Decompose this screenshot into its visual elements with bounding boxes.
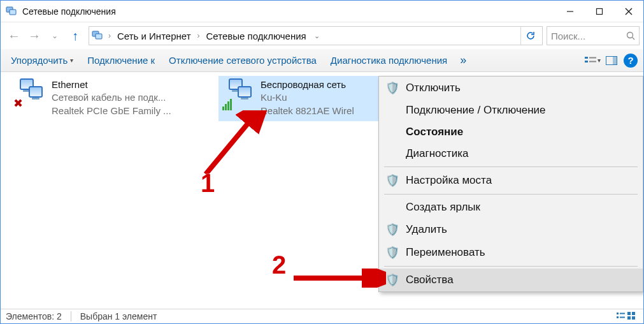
nav-up-button[interactable]: ↑: [66, 26, 85, 45]
window-title: Сетевые подключения: [22, 6, 116, 17]
ethernet-status: Сетевой кабель не подк...: [52, 91, 171, 104]
ethernet-name: Ethernet: [52, 78, 171, 91]
organize-label: Упорядочить: [11, 55, 68, 66]
breadcrumb-level2[interactable]: Сетевые подключения: [205, 31, 308, 41]
cable-unplugged-icon: ✖: [13, 96, 23, 110]
wifi-name: Беспроводная сеть: [261, 78, 354, 91]
connection-ethernet[interactable]: ✖ Ethernet Сетевой кабель не подк... Rea…: [10, 76, 213, 121]
svg-rect-13: [589, 61, 596, 62]
ctx-diagnostics[interactable]: Диагностика: [379, 143, 643, 165]
status-bar: Элементов: 2 Выбран 1 элемент: [1, 309, 643, 323]
status-selected-count: Выбран 1 элемент: [80, 311, 157, 321]
ctx-delete-label: Удалить: [406, 223, 447, 236]
context-menu: 🛡️ Отключить Подключение / Отключение Со…: [378, 76, 643, 292]
chevron-right-icon: ›: [107, 31, 112, 40]
ctx-disable[interactable]: 🛡️ Отключить: [379, 77, 643, 99]
svg-rect-10: [585, 57, 588, 59]
status-divider: [71, 311, 71, 321]
content-area: ✖ Ethernet Сетевой кабель не подк... Rea…: [1, 72, 643, 309]
ctx-connect-disconnect[interactable]: Подключение / Отключение: [379, 99, 643, 121]
menu-separator: [384, 166, 638, 167]
help-button[interactable]: ?: [622, 52, 640, 70]
annotation-number-2: 2: [272, 251, 286, 279]
shield-icon: 🛡️: [385, 246, 398, 260]
organize-button[interactable]: Упорядочить ▾: [4, 52, 80, 68]
disable-device-button[interactable]: Отключение сетевого устройства: [162, 52, 323, 68]
search-placeholder: Поиск...: [551, 31, 585, 41]
svg-rect-20: [617, 316, 619, 318]
nav-bar: ← → ⌄ ↑ › Сеть и Интернет › Сетевые подк…: [1, 22, 643, 49]
svg-rect-25: [632, 316, 635, 320]
ctx-rename[interactable]: 🛡️ Переименовать: [379, 241, 643, 264]
ctx-create-shortcut[interactable]: Создать ярлык: [379, 196, 643, 218]
svg-rect-15: [613, 56, 617, 64]
svg-rect-3: [597, 8, 603, 14]
wifi-ssid: Ku-Ku: [261, 91, 354, 104]
view-options-button[interactable]: ▾: [583, 52, 601, 70]
svg-rect-24: [627, 316, 631, 320]
network-connections-icon: [6, 6, 17, 17]
address-dropdown-icon[interactable]: ⌄: [311, 32, 322, 40]
search-icon: [626, 31, 635, 40]
diagnose-label: Диагностика подключения: [331, 55, 447, 66]
svg-rect-18: [617, 313, 619, 314]
network-path-icon: [92, 30, 103, 41]
ethernet-device: Realtek PCIe GbE Family ...: [52, 105, 171, 117]
breadcrumb-level1[interactable]: Сеть и Интернет: [116, 31, 192, 41]
ctx-bridge-config[interactable]: 🛡️ Настройка моста: [379, 169, 643, 192]
minimize-button[interactable]: [555, 1, 585, 22]
maximize-button[interactable]: [585, 1, 614, 22]
annotation-arrow-2: [290, 269, 386, 288]
close-button[interactable]: [614, 1, 643, 22]
svg-rect-19: [620, 313, 625, 314]
details-view-button[interactable]: [617, 311, 638, 322]
svg-rect-22: [627, 312, 631, 315]
ctx-status-label: Состояние: [406, 126, 463, 138]
toolbar: Упорядочить ▾ Подключение к Отключение с…: [1, 49, 643, 72]
svg-rect-1: [10, 10, 16, 15]
search-box[interactable]: Поиск...: [547, 26, 640, 45]
ctx-properties[interactable]: 🛡️ Свойства: [379, 269, 643, 291]
menu-separator: [384, 266, 638, 267]
svg-rect-12: [585, 61, 588, 63]
toolbar-overflow-button[interactable]: »: [455, 54, 471, 67]
disable-device-label: Отключение сетевого устройства: [169, 55, 317, 66]
signal-bars-icon: [222, 99, 232, 110]
shield-icon: 🛡️: [385, 273, 398, 287]
status-item-count: Элементов: 2: [6, 311, 62, 321]
preview-pane-button[interactable]: [603, 52, 620, 70]
refresh-button[interactable]: [520, 27, 540, 45]
ctx-status[interactable]: Состояние: [379, 121, 643, 143]
svg-rect-23: [632, 312, 635, 315]
svg-line-9: [633, 38, 635, 40]
svg-rect-11: [589, 57, 596, 58]
chevron-right-icon: ›: [196, 31, 201, 40]
ctx-properties-label: Свойства: [406, 274, 454, 286]
connect-to-button[interactable]: Подключение к: [81, 52, 161, 68]
shield-icon: 🛡️: [385, 81, 398, 95]
diagnose-button[interactable]: Диагностика подключения: [324, 52, 454, 68]
shield-icon: 🛡️: [385, 223, 398, 237]
svg-line-16: [206, 117, 254, 174]
ethernet-icon: ✖: [13, 78, 47, 112]
svg-rect-7: [96, 34, 102, 39]
nav-back-button[interactable]: ←: [4, 26, 24, 45]
chevron-down-icon: ▾: [70, 57, 73, 64]
annotation-number-1: 1: [201, 169, 215, 198]
wifi-icon: [222, 78, 255, 112]
svg-rect-21: [620, 316, 625, 318]
connect-to-label: Подключение к: [87, 55, 155, 66]
help-icon: ?: [624, 54, 638, 68]
ctx-rename-label: Переименовать: [406, 246, 485, 259]
nav-history-dropdown[interactable]: ⌄: [45, 26, 64, 45]
title-bar: Сетевые подключения: [1, 1, 643, 22]
svg-point-8: [627, 33, 633, 38]
shield-icon: 🛡️: [385, 173, 398, 188]
ctx-create-shortcut-label: Создать ярлык: [406, 201, 480, 214]
address-bar[interactable]: › Сеть и Интернет › Сетевые подключения …: [89, 26, 543, 45]
nav-forward-button[interactable]: →: [25, 26, 44, 45]
ctx-connect-disconnect-label: Подключение / Отключение: [406, 104, 546, 117]
ctx-diagnostics-label: Диагностика: [406, 147, 469, 160]
ctx-disable-label: Отключить: [406, 82, 461, 94]
ctx-delete[interactable]: 🛡️ Удалить: [379, 218, 643, 241]
